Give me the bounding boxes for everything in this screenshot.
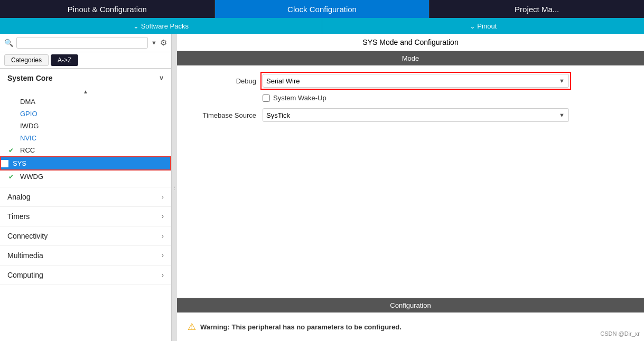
top-nav: Pinout & Configuration Clock Configurati… [0, 0, 644, 18]
system-wakeup-label: System Wake-Up [273, 94, 326, 102]
chevron-right-icon-multimedia: › [162, 252, 164, 259]
resize-handle[interactable]: ⋮ [172, 34, 177, 341]
system-wakeup-checkbox[interactable] [263, 94, 270, 102]
debug-row: Debug Serial Wire No Debug Trace Asynchr… [188, 74, 633, 88]
chevron-down-icon: ∨ [159, 74, 164, 82]
system-core-items: ▲ DMA GPIO IWDG [0, 88, 171, 187]
main-layout: 🔍 ▼ ⚙ Categories A->Z System Core ∨ [0, 34, 644, 341]
sidebar-item-dma[interactable]: DMA [0, 96, 171, 108]
sidebar-item-gpio[interactable]: GPIO [0, 108, 171, 120]
analog-label: Analog [7, 193, 31, 201]
up-arrow-icon: ▲ [83, 89, 88, 94]
check-placeholder-nvic [8, 135, 16, 142]
system-wakeup-row: System Wake-Up [263, 94, 633, 102]
config-section: Configuration ⚠ Warning: This peripheral… [177, 298, 644, 341]
nav-pinout[interactable]: Pinout & Configuration [0, 0, 215, 18]
mode-header-text: Mode [402, 54, 419, 62]
config-header-text: Configuration [390, 301, 431, 309]
debug-select-container: Serial Wire No Debug Trace Asynchronous … [263, 74, 569, 88]
gear-icon[interactable]: ⚙ [160, 38, 167, 48]
timebase-label: Timebase Source [188, 111, 256, 119]
chevron-right-icon-connectivity: › [162, 232, 164, 240]
sidebar-content: System Core ∨ ▲ DMA GPIO [0, 69, 171, 341]
checkbox-sys: ✔ [1, 160, 8, 167]
mode-content: Debug Serial Wire No Debug Trace Asynchr… [177, 65, 644, 137]
computing-label: Computing [7, 271, 43, 279]
search-bar: 🔍 ▼ ⚙ [0, 34, 171, 52]
chevron-right-icon-timers: › [162, 213, 164, 220]
nav-project-label: Project Ma... [515, 5, 559, 14]
sidebar-item-wwdg[interactable]: ✔ WWDG [0, 170, 171, 183]
sidebar-section-timers: Timers › [0, 207, 171, 226]
content-area: SYS Mode and Configuration Mode Debug Se… [177, 34, 644, 341]
check-placeholder [8, 98, 16, 106]
content-title: SYS Mode and Configuration [177, 34, 644, 51]
category-tabs: Categories A->Z [0, 52, 171, 69]
sub-nav-pinout[interactable]: ⌄ Pinout [322, 18, 644, 34]
timebase-select-container: SysTick TIM1 TIM2 ▼ [263, 108, 569, 122]
nav-clock[interactable]: Clock Configuration [215, 0, 430, 18]
config-section-header: Configuration [177, 298, 644, 312]
sub-nav-software-packs-label: ⌄ Software Packs [133, 22, 189, 30]
scroll-up-btn[interactable]: ▲ [0, 88, 171, 96]
warning-text: Warning: This peripheral has no paramete… [200, 323, 402, 331]
sidebar-item-iwdg[interactable]: IWDG [0, 120, 171, 132]
tab-categories[interactable]: Categories [4, 54, 49, 66]
mode-section: Mode Debug Serial Wire No Debug Trace As… [177, 51, 644, 298]
warning-icon: ⚠ [188, 321, 196, 333]
sidebar-section-computing: Computing › [0, 266, 171, 285]
sidebar: 🔍 ▼ ⚙ Categories A->Z System Core ∨ [0, 34, 172, 341]
sub-nav: ⌄ Software Packs ⌄ Pinout [0, 18, 644, 34]
debug-select-wrapper: Serial Wire No Debug Trace Asynchronous … [263, 74, 569, 88]
sidebar-item-nvic[interactable]: NVIC [0, 132, 171, 144]
mode-section-header: Mode [177, 51, 644, 65]
multimedia-label: Multimedia [7, 251, 43, 260]
nav-pinout-label: Pinout & Configuration [68, 5, 147, 14]
sidebar-section-header-connectivity[interactable]: Connectivity › [0, 226, 171, 245]
sidebar-section-multimedia: Multimedia › [0, 246, 171, 266]
chevron-right-icon-analog: › [162, 193, 164, 201]
debug-label: Debug [188, 77, 256, 85]
search-icon: 🔍 [4, 39, 13, 47]
warning-row: ⚠ Warning: This peripheral has no parame… [177, 312, 644, 341]
check-placeholder-iwdg [8, 122, 16, 130]
tab-az[interactable]: A->Z [51, 54, 78, 66]
content-title-text: SYS Mode and Configuration [362, 38, 458, 46]
sidebar-section-analog: Analog › [0, 187, 171, 207]
timers-label: Timers [7, 212, 30, 221]
watermark: CSDN @Dir_xr [600, 330, 640, 337]
sub-nav-pinout-label: ⌄ Pinout [470, 22, 497, 30]
sidebar-section-header-system-core[interactable]: System Core ∨ [0, 69, 171, 88]
check-placeholder-gpio [8, 110, 16, 118]
nav-project[interactable]: Project Ma... [430, 0, 644, 18]
chevron-right-icon-computing: › [162, 271, 164, 279]
sub-nav-software-packs[interactable]: ⌄ Software Packs [0, 18, 322, 34]
nav-clock-label: Clock Configuration [287, 5, 357, 14]
system-core-label: System Core [7, 74, 53, 82]
search-input[interactable] [16, 37, 148, 49]
sidebar-item-sys[interactable]: ✔ SYS [0, 156, 171, 170]
sidebar-section-header-computing[interactable]: Computing › [0, 266, 171, 285]
sidebar-section-header-timers[interactable]: Timers › [0, 207, 171, 226]
sidebar-section-header-multimedia[interactable]: Multimedia › [0, 246, 171, 265]
check-icon-wwdg: ✔ [8, 173, 16, 181]
sidebar-section-system-core: System Core ∨ ▲ DMA GPIO [0, 69, 171, 187]
sidebar-item-rcc[interactable]: ✔ RCC [0, 144, 171, 156]
search-dropdown-arrow: ▼ [151, 40, 157, 46]
check-icon-rcc: ✔ [8, 147, 16, 154]
sidebar-section-header-analog[interactable]: Analog › [0, 187, 171, 206]
connectivity-label: Connectivity [7, 232, 48, 240]
sidebar-section-connectivity: Connectivity › [0, 226, 171, 246]
timebase-select[interactable]: SysTick TIM1 TIM2 [263, 108, 569, 122]
debug-select[interactable]: Serial Wire No Debug Trace Asynchronous … [263, 74, 569, 88]
timebase-row: Timebase Source SysTick TIM1 TIM2 ▼ [188, 108, 633, 122]
